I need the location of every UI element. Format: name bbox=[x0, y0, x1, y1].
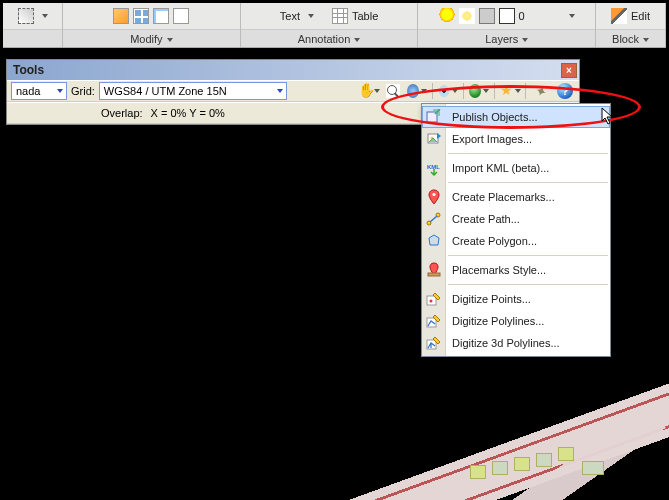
ribbon: Modify Text Table Annotation 0 Layers bbox=[3, 3, 666, 48]
menu-item-export-images[interactable]: Export Images... bbox=[422, 128, 610, 150]
edit-button[interactable]: Edit bbox=[631, 10, 650, 22]
tool-view[interactable] bbox=[438, 82, 458, 100]
ribbon-group-block: Edit Block bbox=[596, 3, 666, 47]
mouse-cursor bbox=[601, 107, 615, 127]
grid-combo[interactable]: WGS84 / UTM Zone 15N bbox=[99, 82, 287, 100]
publish-objects-icon bbox=[426, 109, 442, 125]
region-combo[interactable]: nada bbox=[11, 82, 67, 100]
tools-title: Tools bbox=[13, 63, 44, 77]
ribbon-group-annotation: Text Table Annotation bbox=[241, 3, 419, 47]
tools-titlebar[interactable]: Tools × bbox=[7, 60, 579, 80]
svg-point-4 bbox=[432, 193, 435, 196]
chevron-down-icon[interactable] bbox=[569, 14, 575, 18]
menu-label: Create Polygon... bbox=[452, 235, 537, 247]
layer-color-icon[interactable] bbox=[499, 8, 515, 24]
menu-label: Digitize 3d Polylines... bbox=[452, 337, 560, 349]
group-label-empty bbox=[3, 29, 62, 47]
digitize-points-icon bbox=[426, 291, 442, 307]
digitize-polylines-icon bbox=[426, 313, 442, 329]
tool-help[interactable]: ? bbox=[555, 82, 575, 100]
text-button[interactable]: Text bbox=[280, 10, 300, 22]
import-kml-icon: KML bbox=[426, 160, 442, 176]
close-button[interactable]: × bbox=[561, 63, 577, 78]
ribbon-group-layers: 0 Layers bbox=[418, 3, 596, 47]
menu-separator bbox=[448, 153, 608, 154]
chevron-down-icon[interactable] bbox=[42, 14, 48, 18]
menu-item-placemarks-style[interactable]: Placemarks Style... bbox=[422, 259, 610, 281]
chevron-down-icon bbox=[643, 38, 649, 42]
tool-globe[interactable] bbox=[407, 82, 427, 100]
lightbulb-icon[interactable] bbox=[439, 8, 455, 24]
group-label-layers[interactable]: Layers bbox=[418, 29, 595, 47]
menu-label: Publish Objects... bbox=[452, 111, 538, 123]
align-grid-icon[interactable] bbox=[133, 8, 149, 24]
tool-zoom[interactable] bbox=[383, 82, 403, 100]
menu-item-import-kml[interactable]: KML Import KML (beta)... bbox=[422, 157, 610, 179]
export-images-icon bbox=[426, 131, 442, 147]
edit-icon[interactable] bbox=[611, 8, 627, 24]
menu-item-create-polygon[interactable]: Create Polygon... bbox=[422, 230, 610, 252]
menu-item-create-placemarks[interactable]: Create Placemarks... bbox=[422, 186, 610, 208]
group-label-block[interactable]: Block bbox=[596, 29, 665, 47]
menu-separator bbox=[448, 255, 608, 256]
app-window: Modify Text Table Annotation 0 Layers bbox=[0, 0, 669, 500]
crop-icon[interactable] bbox=[18, 8, 34, 24]
menu-separator bbox=[448, 284, 608, 285]
menu-item-create-path[interactable]: Create Path... bbox=[422, 208, 610, 230]
chevron-down-icon bbox=[522, 38, 528, 42]
table-icon[interactable] bbox=[332, 8, 348, 24]
menu-label: Digitize Polylines... bbox=[452, 315, 544, 327]
polygon-icon bbox=[426, 233, 442, 249]
menu-label: Create Placemarks... bbox=[452, 191, 555, 203]
ribbon-group-modify: Modify bbox=[63, 3, 241, 47]
menu-separator bbox=[448, 182, 608, 183]
menu-item-digitize-polylines[interactable]: Digitize Polylines... bbox=[422, 310, 610, 332]
tool-settings[interactable]: ✦ bbox=[531, 82, 551, 100]
placemark-icon bbox=[426, 189, 442, 205]
tools-row-grid: nada Grid: WGS84 / UTM Zone 15N ✋ ★ ✦ ? bbox=[7, 80, 579, 102]
tool-hand[interactable]: ✋ bbox=[359, 82, 379, 100]
sun-icon[interactable] bbox=[459, 8, 475, 24]
chevron-down-icon bbox=[354, 38, 360, 42]
menu-label: Import KML (beta)... bbox=[452, 162, 549, 174]
svg-point-9 bbox=[430, 300, 433, 303]
mirror-icon[interactable] bbox=[173, 8, 189, 24]
tool-fav[interactable]: ★ bbox=[500, 82, 520, 100]
ruler-icon[interactable] bbox=[113, 8, 129, 24]
map-buildings bbox=[466, 431, 626, 491]
menu-label: Digitize Points... bbox=[452, 293, 531, 305]
group-label-modify[interactable]: Modify bbox=[63, 29, 240, 47]
chevron-down-icon[interactable] bbox=[308, 14, 314, 18]
path-icon bbox=[426, 211, 442, 227]
overlap-value: X = 0% Y = 0% bbox=[151, 107, 225, 119]
layer-current[interactable]: 0 bbox=[519, 10, 525, 22]
menu-label: Create Path... bbox=[452, 213, 520, 225]
svg-rect-7 bbox=[428, 273, 440, 276]
table-button[interactable]: Table bbox=[352, 10, 378, 22]
publish-menu: Publish Objects... Export Images... KML … bbox=[421, 103, 611, 357]
ribbon-group-left bbox=[3, 3, 63, 47]
menu-label: Export Images... bbox=[452, 133, 532, 145]
chevron-down-icon bbox=[167, 38, 173, 42]
group-label-annotation[interactable]: Annotation bbox=[241, 29, 418, 47]
style-icon bbox=[426, 262, 442, 278]
copy-icon[interactable] bbox=[153, 8, 169, 24]
menu-item-digitize-points[interactable]: Digitize Points... bbox=[422, 288, 610, 310]
menu-item-digitize-3d-polylines[interactable]: Digitize 3d Polylines... bbox=[422, 332, 610, 354]
menu-item-publish-objects[interactable]: Publish Objects... bbox=[422, 106, 610, 128]
digitize-3d-polylines-icon bbox=[426, 335, 442, 351]
grid-label: Grid: bbox=[71, 85, 95, 97]
overlap-label: Overlap: bbox=[101, 107, 143, 119]
menu-label: Placemarks Style... bbox=[452, 264, 546, 276]
tool-publish-dropdown[interactable] bbox=[469, 82, 489, 100]
lock-icon[interactable] bbox=[479, 8, 495, 24]
